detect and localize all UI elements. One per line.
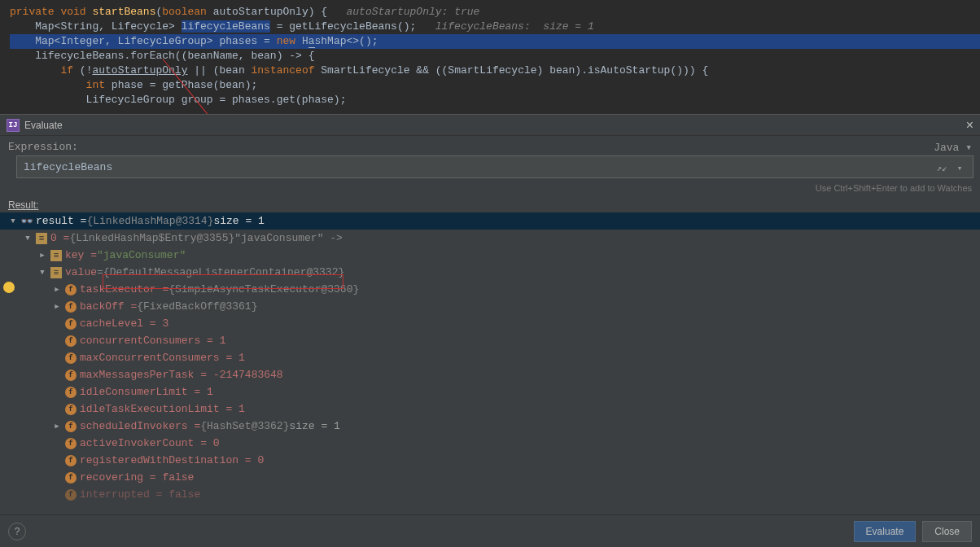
help-button[interactable]: ? (8, 523, 26, 540)
tree-row[interactable]: fidleTaskExecutionLimit = 1 (0, 400, 980, 418)
tree-row[interactable]: fregisteredWithDestination = 0 (0, 452, 980, 469)
entry-icon: ≡ (50, 267, 62, 278)
dialog-title: Evaluate (24, 120, 966, 131)
dialog-titlebar[interactable]: IJ Evaluate × (0, 115, 980, 136)
tree-row[interactable]: fcacheLevel = 3 (0, 315, 980, 332)
tree-row[interactable]: ▼≡0 = {LinkedHashMap$Entry@3355} "javaCo… (0, 230, 980, 247)
field-icon: f (65, 489, 77, 501)
field-icon: f (65, 404, 77, 415)
hint-text: Use Ctrl+Shift+Enter to add to Watches (0, 182, 980, 198)
field-icon: f (65, 438, 77, 449)
tree-row[interactable]: ▶≡key = "javaConsumer" (0, 247, 980, 264)
tree-row[interactable]: finterrupted = false (0, 486, 980, 503)
result-label: Result: (0, 198, 980, 212)
history-dropdown-icon[interactable]: ▾ (951, 159, 969, 177)
tree-row[interactable]: frecovering = false (0, 469, 980, 486)
code-editor: private void startBeans(boolean autoStar… (0, 0, 980, 114)
field-icon: f (65, 455, 77, 466)
tree-row[interactable]: fmaxConcurrentConsumers = 1 (0, 349, 980, 366)
tree-row[interactable]: ▶ftaskExecutor = {SimpleAsyncTaskExecuto… (0, 281, 980, 298)
close-button[interactable]: Close (922, 521, 972, 542)
field-icon: f (65, 472, 77, 484)
field-icon: f (65, 421, 77, 432)
evaluate-dialog: IJ Evaluate × Expression: Java ▾ ↗↙ ▾ Us… (0, 114, 980, 547)
close-icon[interactable]: × (966, 118, 973, 133)
field-icon: f (65, 301, 77, 313)
language-selector[interactable]: Java ▾ (934, 141, 972, 154)
tree-row[interactable]: ▶fbackOff = {FixedBackOff@3361} (0, 298, 980, 315)
field-icon: f (65, 318, 77, 330)
tree-row-root[interactable]: ▼👓result = {LinkedHashMap@3314} size = 1 (0, 212, 980, 230)
expand-icon[interactable]: ↗↙ (933, 159, 951, 177)
tree-row[interactable]: ▶fscheduledInvokers = {HashSet@3362} siz… (0, 418, 980, 435)
entry-icon: ≡ (50, 250, 62, 261)
field-icon: f (65, 387, 77, 398)
tree-row[interactable]: fidleConsumerLimit = 1 (0, 383, 980, 400)
field-icon: f (65, 352, 77, 364)
result-tree[interactable]: ▼👓result = {LinkedHashMap@3314} size = 1… (0, 212, 980, 514)
entry-icon: ≡ (36, 233, 47, 244)
tree-row[interactable]: factiveInvokerCount = 0 (0, 435, 980, 452)
tree-row-value[interactable]: ▼≡value = {DefaultMessageListenerContain… (0, 264, 980, 281)
tree-row[interactable]: fconcurrentConsumers = 1 (0, 332, 980, 349)
expression-label: Expression: (8, 141, 78, 154)
button-bar: ? Evaluate Close (0, 514, 980, 547)
field-icon: f (65, 370, 77, 381)
watch-icon: 👓 (21, 216, 33, 227)
field-icon: f (65, 335, 77, 347)
bulb-icon[interactable] (3, 282, 15, 293)
evaluate-button[interactable]: Evaluate (854, 521, 917, 542)
tree-row[interactable]: fmaxMessagesPerTask = -2147483648 (0, 366, 980, 383)
expression-input[interactable] (16, 155, 973, 178)
intellij-icon: IJ (7, 119, 20, 132)
field-icon: f (65, 284, 77, 295)
